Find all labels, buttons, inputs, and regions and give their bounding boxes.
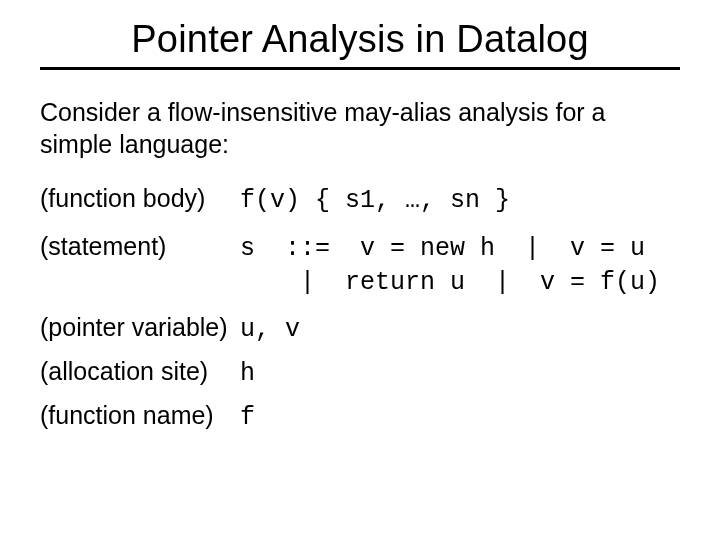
grammar-rhs: s ::= v = new h | v = u | return u | v =… [240, 232, 680, 300]
intro-text: Consider a flow-insensitive may-alias an… [40, 96, 680, 160]
grammar-rhs: u, v [240, 313, 680, 347]
grammar-row-allocation-site: (allocation site) h [40, 357, 680, 391]
grammar-rhs: h [240, 357, 680, 391]
grammar-label: (function name) [40, 401, 240, 430]
grammar-label: (function body) [40, 184, 240, 213]
grammar-row-statement: (statement) s ::= v = new h | v = u | re… [40, 232, 680, 300]
title-rule [40, 67, 680, 70]
grammar-label: (pointer variable) [40, 313, 240, 342]
grammar-rhs: f(v) { s1, …, sn } [240, 184, 680, 218]
grammar-rhs: f [240, 401, 680, 435]
grammar-row-function-body: (function body) f(v) { s1, …, sn } [40, 184, 680, 218]
grammar-row-pointer-variable: (pointer variable) u, v [40, 313, 680, 347]
grammar-tight-group: (pointer variable) u, v (allocation site… [40, 313, 680, 434]
grammar-block: (function body) f(v) { s1, …, sn } (stat… [40, 184, 680, 435]
slide-title: Pointer Analysis in Datalog [40, 18, 680, 61]
grammar-label: (allocation site) [40, 357, 240, 386]
slide: Pointer Analysis in Datalog Consider a f… [0, 0, 720, 540]
grammar-label: (statement) [40, 232, 240, 261]
grammar-row-function-name: (function name) f [40, 401, 680, 435]
